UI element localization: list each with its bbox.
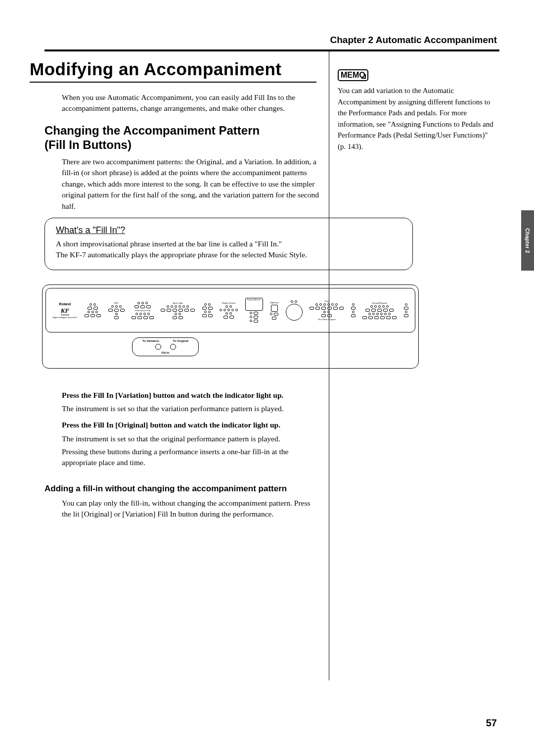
- sub-heading-line1: Changing the Accompaniment Pattern: [44, 124, 260, 137]
- memo-icon: MEMO: [338, 69, 368, 81]
- step-2-description-extra: Pressing these buttons during a performa…: [62, 446, 319, 469]
- sub-paragraph: There are two accompaniment patterns: th…: [62, 156, 319, 212]
- panel-power-section: [85, 303, 101, 317]
- disk-icon: [271, 305, 278, 312]
- one-touch-label: One Touch Program: [318, 318, 336, 321]
- rhythm-label: Rhythm Partner: [222, 302, 236, 304]
- sub-heading: Changing the Accompaniment Pattern (Fill…: [44, 124, 260, 152]
- panel-end-section: [404, 303, 408, 317]
- callout-line1: A short improvisational phrase inserted …: [56, 239, 282, 248]
- panel-playback-section: Record/Playback: [362, 302, 397, 319]
- tone-label: Tone: [325, 300, 329, 302]
- panel-music-style-section: Music Style: [161, 302, 195, 319]
- callout-title: What's a "Fill In"?: [56, 225, 401, 236]
- panel-perfpad-section: Performance Pad: [132, 302, 154, 319]
- callout-box: What's a "Fill In"? A short improvisatio…: [44, 218, 413, 270]
- panel-record-section: [351, 303, 356, 317]
- sub-sub-heading: Adding a fill-in without changing the ac…: [44, 484, 287, 494]
- memo-text: You can add variation to the Automatic A…: [338, 85, 493, 152]
- panel-dial-section: [286, 300, 303, 321]
- sub-heading-line2: (Fill In Buttons): [44, 138, 132, 151]
- sub-sub-paragraph: You can play only the fill-in, without c…: [62, 498, 319, 520]
- panel-song-section: Song Collection: [245, 298, 263, 323]
- perf-pad-label: Performance Pad: [135, 309, 150, 312]
- side-chapter-tab: Chapter 2: [521, 210, 534, 271]
- header-rule: [44, 49, 499, 51]
- step-1-description: The instrument is set so that the variat…: [62, 404, 319, 413]
- step-2-instruction: Press the Fill In [Original] button and …: [62, 421, 319, 429]
- fillin-label: Fill In: [135, 351, 195, 354]
- panel-tone-section: Tone One Touch Program: [310, 300, 344, 321]
- chapter-header: Chapter 2 Automatic Accompaniment: [330, 35, 497, 46]
- digiscore-label: DigiScore: [270, 301, 278, 304]
- callout-line2: The KF-7 automatically plays the appropr…: [56, 250, 307, 259]
- panel-logo-section: Roland KF Digital Intelligent Piano KF-7: [52, 302, 77, 319]
- model-subtitle: Digital Intelligent Piano KF-7: [52, 316, 77, 319]
- fillin-original-label: To Original: [173, 339, 188, 342]
- callout-text: A short improvisational phrase inserted …: [56, 238, 401, 261]
- page-number: 57: [486, 717, 497, 729]
- panel-rhythm-section: Rhythm Partner: [220, 302, 238, 319]
- tempo-dial-icon: [286, 304, 303, 321]
- memo-sidebar: MEMO You can add variation to the Automa…: [338, 69, 493, 152]
- model-logo: KF: [61, 307, 69, 315]
- panel-digiscore-section: DigiScore: [270, 301, 278, 320]
- song-collection-display: Song Collection: [245, 298, 263, 311]
- panel-dsp-section: DSP: [108, 302, 125, 319]
- intro-paragraph: When you use Automatic Accompaniment, yo…: [62, 92, 309, 114]
- record-label: Record/Playback: [372, 302, 387, 304]
- main-heading: Modifying an Accompaniment: [30, 59, 316, 83]
- step-2-description: The instrument is set so that the origin…: [62, 434, 319, 443]
- step-1-instruction: Press the Fill In [Variation] button and…: [62, 391, 319, 400]
- fillin-variation-label: To Variation: [142, 339, 159, 342]
- instrument-panel-diagram: Roland KF Digital Intelligent Piano KF-7…: [42, 284, 419, 369]
- brand-logo: Roland: [59, 302, 71, 306]
- dsp-label: DSP: [114, 302, 118, 304]
- fillin-variation-led-icon: [155, 344, 161, 350]
- panel-inner: Roland KF Digital Intelligent Piano KF-7…: [45, 288, 415, 332]
- music-style-label: Music Style: [173, 302, 183, 304]
- fillin-original-led-icon: [170, 344, 176, 350]
- panel-fillin-section: [202, 303, 213, 317]
- fillin-callout: To Variation To Original Fill In: [132, 337, 199, 356]
